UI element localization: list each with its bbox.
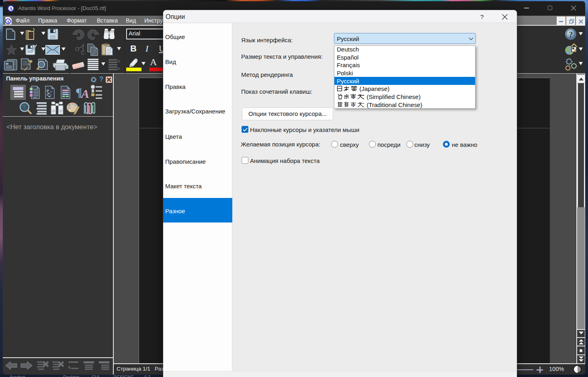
svg-text:R: R	[118, 67, 120, 71]
svg-text:?: ?	[569, 30, 573, 39]
svg-text:R: R	[118, 60, 120, 64]
svg-text:A: A	[9, 6, 12, 11]
svg-text:A: A	[7, 20, 10, 24]
